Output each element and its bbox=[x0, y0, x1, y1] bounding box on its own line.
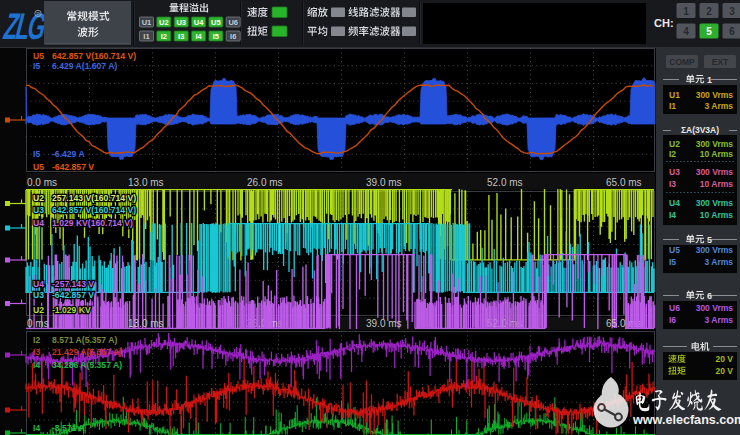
svg-text:10 Arms: 10 Arms bbox=[700, 149, 734, 159]
svg-text:U5: U5 bbox=[211, 18, 221, 27]
svg-text:U3: U3 bbox=[33, 290, 44, 300]
svg-text:0 ms: 0 ms bbox=[27, 318, 49, 329]
svg-text:5: 5 bbox=[706, 26, 712, 37]
svg-text:I6: I6 bbox=[669, 315, 676, 325]
svg-text:U2: U2 bbox=[33, 305, 44, 315]
svg-text:8.571 A(5.357 A): 8.571 A(5.357 A) bbox=[52, 335, 117, 345]
svg-text:3 Arms: 3 Arms bbox=[704, 257, 733, 267]
svg-text:642.857 V(160.714 V): 642.857 V(160.714 V) bbox=[52, 205, 136, 215]
svg-text:-642.857 V: -642.857 V bbox=[52, 162, 94, 172]
svg-text:U2: U2 bbox=[669, 139, 680, 149]
svg-text:I2: I2 bbox=[161, 32, 167, 41]
svg-text:3 Arms: 3 Arms bbox=[704, 315, 733, 325]
svg-text:13.0 ms: 13.0 ms bbox=[128, 318, 164, 329]
svg-text:1: 1 bbox=[707, 75, 712, 85]
svg-text:300 Vrms: 300 Vrms bbox=[696, 303, 734, 313]
svg-text:3: 3 bbox=[729, 6, 735, 17]
svg-text:I3: I3 bbox=[669, 179, 676, 189]
svg-text:U6: U6 bbox=[228, 18, 238, 27]
svg-text:I4: I4 bbox=[669, 210, 676, 220]
svg-text:I4: I4 bbox=[33, 360, 40, 370]
svg-text:1: 1 bbox=[683, 6, 689, 17]
svg-text:I1: I1 bbox=[143, 32, 149, 41]
svg-text:I2: I2 bbox=[669, 149, 676, 159]
svg-text:COMP: COMP bbox=[669, 57, 695, 67]
svg-text:U1: U1 bbox=[142, 18, 152, 27]
svg-text:300 Vrms: 300 Vrms bbox=[696, 90, 734, 100]
svg-text:I5: I5 bbox=[33, 149, 40, 159]
svg-text:I5: I5 bbox=[33, 61, 40, 71]
svg-text:26.0 ms: 26.0 ms bbox=[247, 177, 283, 188]
svg-text:I2: I2 bbox=[33, 335, 40, 345]
svg-text:34.286 A(5.357 A): 34.286 A(5.357 A) bbox=[52, 360, 122, 370]
svg-text:1.029 KV(160.714 V): 1.029 KV(160.714 V) bbox=[52, 218, 133, 228]
svg-text:20 V: 20 V bbox=[716, 366, 734, 376]
svg-text:U5: U5 bbox=[33, 162, 44, 172]
svg-text:39.0 ms: 39.0 ms bbox=[366, 177, 402, 188]
svg-text:U5: U5 bbox=[33, 51, 44, 61]
svg-text:300 Vrms: 300 Vrms bbox=[696, 139, 734, 149]
svg-text:U3: U3 bbox=[33, 205, 44, 215]
svg-text:-642.857 V: -642.857 V bbox=[52, 290, 94, 300]
svg-text:300 Vrms: 300 Vrms bbox=[696, 198, 734, 208]
svg-text:I5: I5 bbox=[669, 257, 676, 267]
svg-text:10 Arms: 10 Arms bbox=[700, 179, 734, 189]
svg-text:6: 6 bbox=[707, 291, 712, 301]
svg-text:4: 4 bbox=[683, 26, 689, 37]
svg-text:I5: I5 bbox=[213, 32, 219, 41]
svg-text:-1.029 KV: -1.029 KV bbox=[52, 305, 91, 315]
svg-text:2: 2 bbox=[706, 6, 712, 17]
svg-text:U4: U4 bbox=[33, 279, 44, 289]
svg-text:65.0 ms: 65.0 ms bbox=[606, 177, 642, 188]
svg-text:U3: U3 bbox=[176, 18, 186, 27]
svg-text:I4: I4 bbox=[33, 423, 40, 433]
svg-text:EXT: EXT bbox=[712, 57, 729, 67]
svg-text:6: 6 bbox=[729, 26, 735, 37]
svg-text:U2: U2 bbox=[33, 193, 44, 203]
svg-text:300 Vrms: 300 Vrms bbox=[696, 245, 734, 255]
svg-text:R: R bbox=[36, 11, 40, 17]
svg-text:I4: I4 bbox=[195, 32, 202, 41]
svg-text:300 Vrms: 300 Vrms bbox=[696, 167, 734, 177]
svg-text:10 Arms: 10 Arms bbox=[700, 210, 734, 220]
svg-text:21.429 A(5.357 A): 21.429 A(5.357 A) bbox=[52, 347, 122, 357]
svg-text:U1: U1 bbox=[669, 90, 680, 100]
svg-text:13.0 ms: 13.0 ms bbox=[128, 177, 164, 188]
svg-text:I3: I3 bbox=[33, 347, 40, 357]
svg-text:20 V: 20 V bbox=[716, 354, 734, 364]
svg-text:CH:: CH: bbox=[654, 17, 674, 29]
svg-text:U4: U4 bbox=[194, 18, 204, 27]
svg-text:-257.143 V: -257.143 V bbox=[52, 279, 94, 289]
svg-text:642.857 V(160.714 V): 642.857 V(160.714 V) bbox=[52, 51, 136, 61]
svg-text:I1: I1 bbox=[669, 101, 676, 111]
svg-text:U4: U4 bbox=[669, 198, 680, 208]
svg-text:257.143 V(160.714 V): 257.143 V(160.714 V) bbox=[52, 193, 136, 203]
svg-text:-8.571 A: -8.571 A bbox=[52, 423, 85, 433]
svg-text:3 Arms: 3 Arms bbox=[704, 101, 733, 111]
svg-text:0.0 ms: 0.0 ms bbox=[27, 177, 57, 188]
svg-text:U5: U5 bbox=[669, 245, 680, 255]
svg-text:U6: U6 bbox=[669, 303, 680, 313]
svg-text:ΣA(3V3A): ΣA(3V3A) bbox=[681, 125, 719, 135]
svg-text:5: 5 bbox=[707, 235, 712, 245]
svg-text:U3: U3 bbox=[669, 167, 680, 177]
svg-text:52.0 ms: 52.0 ms bbox=[487, 177, 523, 188]
svg-text:39.0 ms: 39.0 ms bbox=[366, 318, 402, 329]
svg-text:www.elecfans.com: www.elecfans.com bbox=[632, 413, 740, 427]
svg-text:I6: I6 bbox=[230, 32, 236, 41]
svg-text:6.429 A(1.607 A): 6.429 A(1.607 A) bbox=[52, 61, 117, 71]
svg-text:U2: U2 bbox=[159, 18, 169, 27]
svg-text:I3: I3 bbox=[178, 32, 184, 41]
svg-text:U4: U4 bbox=[33, 218, 44, 228]
svg-text:-6.429 A: -6.429 A bbox=[52, 149, 85, 159]
